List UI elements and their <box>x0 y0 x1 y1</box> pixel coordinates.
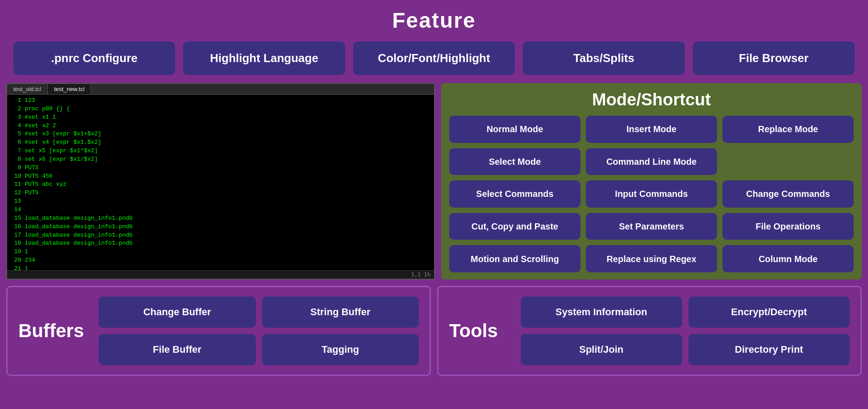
column-mode-button[interactable]: Column Mode <box>722 245 854 272</box>
command-line-mode-button[interactable]: Command Line Mode <box>586 148 717 175</box>
split-join-button[interactable]: Split/Join <box>521 334 682 365</box>
buffers-grid: Change Buffer String Buffer File Buffer … <box>99 296 419 365</box>
tabs-splits-button[interactable]: Tabs/Splits <box>523 42 684 75</box>
file-browser-button[interactable]: File Browser <box>693 42 855 75</box>
change-commands-button[interactable]: Change Commands <box>722 180 854 208</box>
mode-shortcut-panel: Mode/Shortcut Normal Mode Insert Mode Re… <box>441 83 862 280</box>
insert-mode-button[interactable]: Insert Mode <box>586 116 717 143</box>
select-mode-button[interactable]: Select Mode <box>449 148 580 175</box>
pnrc-configure-button[interactable]: .pnrc Configure <box>13 42 175 75</box>
replace-mode-button[interactable]: Replace Mode <box>722 116 854 143</box>
color-font-highlight-button[interactable]: Color/Font/Highlight <box>353 42 515 75</box>
string-buffer-button[interactable]: String Buffer <box>262 296 419 328</box>
highlight-language-button[interactable]: Highlight Language <box>183 42 345 75</box>
editor-code[interactable]: 1 123 2 proc p00 {} { 3 #set x1 1 4 #set… <box>7 95 434 270</box>
normal-mode-button[interactable]: Normal Mode <box>449 116 580 143</box>
editor-statusbar: 1,1 1% <box>7 270 434 279</box>
mode-shortcut-title: Mode/Shortcut <box>449 90 854 109</box>
set-parameters-button[interactable]: Set Parameters <box>586 213 717 240</box>
editor-panel: test_old.tcl test_new.tcl 1 123 2 proc p… <box>6 83 435 280</box>
buffers-panel: Buffers Change Buffer String Buffer File… <box>6 286 431 376</box>
page-title: Feature <box>0 8 868 33</box>
system-info-button[interactable]: System Information <box>521 296 682 328</box>
file-buffer-button[interactable]: File Buffer <box>99 334 256 365</box>
input-commands-button[interactable]: Input Commands <box>586 180 717 208</box>
editor-tabs: test_old.tcl test_new.tcl <box>7 84 434 95</box>
buffers-label: Buffers <box>18 320 90 342</box>
editor-body[interactable]: 1 123 2 proc p00 {} { 3 #set x1 1 4 #set… <box>7 95 434 270</box>
change-buffer-button[interactable]: Change Buffer <box>99 296 256 328</box>
tab-test-old[interactable]: test_old.tcl <box>7 84 48 94</box>
feature-buttons-row: .pnrc Configure Highlight Language Color… <box>0 37 868 83</box>
feature-header: Feature <box>0 0 868 37</box>
cut-copy-paste-button[interactable]: Cut, Copy and Paste <box>449 213 580 240</box>
tools-panel: Tools System Information Encrypt/Decrypt… <box>437 286 862 376</box>
tab-test-new[interactable]: test_new.tcl <box>48 84 91 94</box>
motion-scrolling-button[interactable]: Motion and Scrolling <box>449 245 580 272</box>
directory-print-button[interactable]: Directory Print <box>689 334 850 365</box>
main-content: test_old.tcl test_new.tcl 1 123 2 proc p… <box>0 83 868 280</box>
bottom-section: Buffers Change Buffer String Buffer File… <box>0 280 868 382</box>
encrypt-decrypt-button[interactable]: Encrypt/Decrypt <box>689 296 850 328</box>
file-operations-button[interactable]: File Operations <box>722 213 854 240</box>
mode-grid: Normal Mode Insert Mode Replace Mode Sel… <box>449 116 854 272</box>
tools-label: Tools <box>449 320 512 342</box>
replace-regex-button[interactable]: Replace using Regex <box>586 245 717 272</box>
select-commands-button[interactable]: Select Commands <box>449 180 580 208</box>
tools-grid: System Information Encrypt/Decrypt Split… <box>521 296 850 365</box>
tagging-button[interactable]: Tagging <box>262 334 419 365</box>
